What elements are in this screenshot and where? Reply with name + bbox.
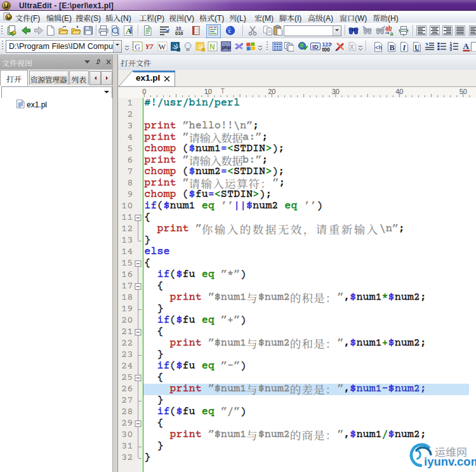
svg-text:t00: t00 bbox=[322, 46, 331, 51]
svg-text:B: B bbox=[390, 43, 395, 52]
svg-text:U: U bbox=[414, 43, 420, 51]
svg-text:X: X bbox=[350, 43, 354, 50]
svg-text:<h: <h bbox=[375, 45, 382, 51]
svg-text:a: a bbox=[390, 30, 394, 36]
svg-text:W: W bbox=[159, 42, 166, 51]
svg-text:G: G bbox=[135, 42, 140, 51]
svg-text:A: A bbox=[463, 41, 470, 51]
svg-text:php: php bbox=[222, 44, 231, 50]
svg-text:N: N bbox=[209, 42, 215, 51]
svg-text:iyunv.com: iyunv.com bbox=[424, 455, 476, 468]
svg-text:3: 3 bbox=[450, 47, 453, 51]
svg-text:c: c bbox=[228, 27, 232, 34]
svg-text:010: 010 bbox=[175, 30, 183, 36]
svg-text:Y7: Y7 bbox=[145, 43, 154, 50]
svg-text:ID: ID bbox=[312, 43, 319, 50]
